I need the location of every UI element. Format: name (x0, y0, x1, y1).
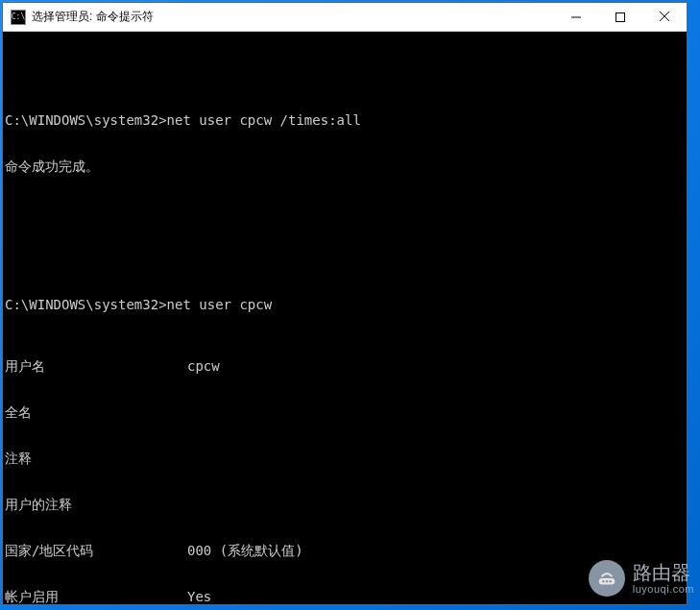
blank-line (5, 66, 687, 82)
result-line: 命令成功完成。 (5, 159, 687, 174)
window-title: 选择管理员: 命令提示符 (32, 9, 554, 25)
svg-point-5 (602, 580, 604, 582)
output-row: 用户名cpcw (5, 358, 687, 374)
window-controls (554, 3, 687, 31)
minimize-button[interactable] (554, 3, 598, 31)
app-icon: C:\ (11, 10, 26, 25)
watermark: 路由器 luyouqi.com (589, 560, 694, 597)
minimize-icon (571, 12, 581, 22)
output-row: 帐户启用Yes (5, 589, 687, 604)
close-icon (660, 12, 670, 22)
output-row: 全名 (5, 404, 687, 420)
blank-line (5, 205, 687, 220)
svg-point-7 (609, 580, 611, 582)
svg-point-6 (606, 580, 608, 582)
svg-rect-1 (616, 12, 625, 21)
router-icon (596, 568, 617, 589)
maximize-icon (616, 12, 625, 22)
terminal-output[interactable]: C:\WINDOWS\system32>net user cpcw /times… (3, 32, 687, 604)
titlebar[interactable]: C:\ 选择管理员: 命令提示符 (3, 3, 687, 32)
prompt-line: C:\WINDOWS\system32>net user cpcw /times… (5, 112, 687, 128)
maximize-button[interactable] (598, 3, 642, 31)
output-row: 国家/地区代码000 (系统默认值) (5, 543, 687, 558)
prompt-line: C:\WINDOWS\system32>net user cpcw (5, 297, 687, 312)
output-row: 用户的注释 (5, 497, 687, 512)
command-prompt-window: C:\ 选择管理员: 命令提示符 C:\WINDOWS\system32>net… (2, 2, 688, 605)
close-button[interactable] (642, 3, 687, 31)
watermark-icon (589, 560, 625, 597)
watermark-text: 路由器 luyouqi.com (633, 562, 694, 595)
output-row: 注释 (5, 451, 687, 466)
blank-line (5, 251, 687, 266)
